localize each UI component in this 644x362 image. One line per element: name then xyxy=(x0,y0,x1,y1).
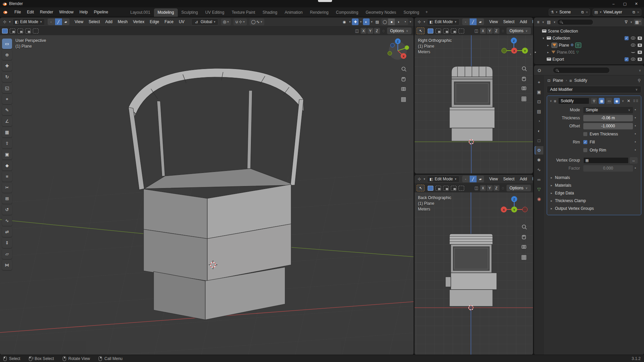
mirror-axis-y-button[interactable]: Y xyxy=(487,185,493,191)
transform-orientation-dropdown[interactable]: ⊿ Global ▾ xyxy=(191,18,218,25)
unlink-scene-icon[interactable]: ✕ xyxy=(586,10,588,14)
properties-tab-particles[interactable]: ✱ xyxy=(535,156,543,164)
outliner-row-export[interactable]: Export xyxy=(534,56,644,63)
properties-search-input[interactable] xyxy=(553,67,610,73)
menu-pipeline[interactable]: Pipeline xyxy=(91,9,111,15)
editor-type-icon[interactable]: ⊹ xyxy=(2,19,7,25)
select-invert-button[interactable] xyxy=(451,186,457,191)
workspace-tab-sculpting[interactable]: Sculpting xyxy=(178,8,202,17)
mirror-axis-y-button[interactable]: Y xyxy=(487,28,493,34)
view-layer-name[interactable]: ViewLayer xyxy=(603,10,631,14)
mirror-axis-x-button[interactable]: X xyxy=(361,28,367,34)
new-collection-button[interactable]: ▦⁺ xyxy=(634,19,642,25)
disable-render-camera-icon[interactable] xyxy=(638,44,642,47)
only-rim-checkbox[interactable] xyxy=(583,148,587,152)
vertex-group-field[interactable]: ▦ xyxy=(583,157,629,164)
select-new-button[interactable] xyxy=(428,28,433,34)
select-invert-button[interactable] xyxy=(25,28,31,34)
select-subtract-button[interactable] xyxy=(443,28,449,34)
tool-annotate-button[interactable]: ✎ xyxy=(2,105,12,115)
tool-rip-region-button[interactable]: ⋈ xyxy=(2,260,12,270)
scene-selector[interactable]: ⚗ ▾ Scene ⧉ ✕ xyxy=(549,9,590,16)
outliner-item-label[interactable]: Plane.001 xyxy=(557,50,575,55)
viewport-menu-add[interactable]: Add xyxy=(517,18,530,25)
extras-chevron-icon[interactable]: ∨ xyxy=(622,99,625,103)
mode-dropdown[interactable]: ◧ Edit Mode ▾ xyxy=(12,18,45,25)
mode-dropdown[interactable]: ◧ Edit Mode ▾ xyxy=(427,176,460,183)
section-thickness-clamp[interactable]: ▸Thickness Clamp xyxy=(548,197,640,204)
mirror-axis-z-button[interactable]: Z xyxy=(374,28,380,34)
viewport-menu-view[interactable]: View xyxy=(72,18,86,25)
hide-eye-icon[interactable] xyxy=(631,44,635,47)
tool-scale-button[interactable]: ◱ xyxy=(2,83,12,93)
section-materials[interactable]: ▸Materials xyxy=(548,181,640,189)
camera-view-icon[interactable] xyxy=(522,87,526,90)
animate-dot[interactable]: • xyxy=(633,148,638,153)
vertex-select-button[interactable]: ◦ xyxy=(462,176,469,182)
wireframe-shading-button[interactable]: ◯ xyxy=(381,18,388,25)
animate-dot[interactable]: • xyxy=(633,140,638,144)
tool-add-cube-button[interactable]: ▦ xyxy=(2,127,12,137)
new-view-layer-icon[interactable]: ⧉ xyxy=(633,10,635,14)
close-modifier-icon[interactable]: ✕ xyxy=(626,98,631,104)
chevron-down-icon[interactable]: ∨ xyxy=(638,69,641,72)
viewport-menu-uv[interactable]: UV xyxy=(176,18,187,25)
outliner-row-plane[interactable]: ▸Plane⚙▽ xyxy=(534,42,644,49)
workspace-tab-texture-paint[interactable]: Texture Paint xyxy=(228,8,259,17)
tool-bevel-button[interactable]: ◆ xyxy=(2,160,12,171)
hidden-eye-icon[interactable] xyxy=(631,51,635,53)
snap-settings[interactable]: ∪⊹▾ xyxy=(233,18,247,25)
camera-view-icon[interactable] xyxy=(401,87,406,90)
viewport-right-bottom-canvas[interactable]: Z X Y Back Orthographic (1) Plane Meters xyxy=(415,192,533,355)
hide-eye-icon[interactable] xyxy=(631,37,635,40)
select-new-button[interactable] xyxy=(428,186,433,191)
viewport-menu-view[interactable]: View xyxy=(487,176,501,182)
exclude-checkbox[interactable] xyxy=(625,57,629,61)
viewport-menu-add[interactable]: Add xyxy=(517,176,530,182)
options-dropdown[interactable]: Options ∨ xyxy=(387,27,412,34)
options-dropdown[interactable]: Options ∨ xyxy=(506,27,531,34)
invert-vertex-group-button[interactable]: ↔ xyxy=(630,157,638,164)
outliner-item-label[interactable]: Scene Collection xyxy=(548,29,578,34)
show-realtime-toggle[interactable]: ▭ xyxy=(606,98,612,104)
menu-help[interactable]: Help xyxy=(76,9,91,15)
workspace-tab-shading[interactable]: Shading xyxy=(259,8,281,17)
properties-tab-output[interactable]: ⊡ xyxy=(535,98,543,106)
exclude-checkbox[interactable] xyxy=(625,36,629,40)
edge-select-button[interactable]: ╱ xyxy=(55,18,62,25)
properties-tab-modifiers[interactable]: ⚙ xyxy=(535,146,543,155)
properties-editor-icon[interactable]: ⛭ xyxy=(537,67,542,73)
properties-tab-object[interactable]: □ xyxy=(535,136,543,145)
rim-fill-checkbox[interactable] xyxy=(583,140,587,144)
face-select-button[interactable]: ▰ xyxy=(477,18,484,25)
editor-type-icon[interactable]: ⊹ xyxy=(417,19,422,25)
pin-icon[interactable]: ⚲ xyxy=(638,78,641,83)
select-new-button[interactable] xyxy=(2,28,8,34)
view-layer-selector[interactable]: ▤ ▾ ViewLayer ⧉ ✕ xyxy=(593,9,641,16)
workspace-tab-rendering[interactable]: Rendering xyxy=(306,8,332,17)
mode-dropdown[interactable]: ◧ Edit Mode ▾ xyxy=(427,18,460,25)
select-subtract-button[interactable] xyxy=(17,28,23,34)
zoom-icon[interactable] xyxy=(522,67,527,71)
tool-shear-button[interactable]: ▱ xyxy=(2,249,12,259)
modifier-name-field[interactable]: Solidify xyxy=(558,98,590,104)
properties-tab-scene[interactable]: ◔ xyxy=(535,117,543,125)
proportional-editing[interactable]: ◯∿▾ xyxy=(250,18,264,25)
properties-tab-physics[interactable]: ∿ xyxy=(535,166,543,174)
remove-view-layer-icon[interactable]: ✕ xyxy=(637,10,640,14)
properties-tab-view-layer[interactable]: ▤ xyxy=(535,107,543,116)
scene-name[interactable]: Scene xyxy=(559,10,580,14)
animate-dot[interactable]: • xyxy=(633,108,638,112)
mirror-axis-z-button[interactable]: Z xyxy=(493,185,499,191)
options-dropdown[interactable]: Options ∨ xyxy=(506,185,531,191)
zoom-icon[interactable] xyxy=(522,225,527,229)
vertex-select-button[interactable]: ◦ xyxy=(48,18,55,25)
active-tool-icon[interactable]: ↖ xyxy=(417,185,425,191)
viewport-menu-edge[interactable]: Edge xyxy=(147,18,162,25)
face-select-button[interactable]: ▰ xyxy=(62,18,69,25)
edge-select-button[interactable]: ╱ xyxy=(470,176,477,182)
close-button[interactable]: ✕ xyxy=(631,0,642,7)
outliner-display-mode-icon[interactable]: ≡ xyxy=(536,19,540,25)
menu-edit[interactable]: Edit xyxy=(24,9,37,15)
expand-toggle-icon[interactable]: ▸ xyxy=(546,51,550,54)
